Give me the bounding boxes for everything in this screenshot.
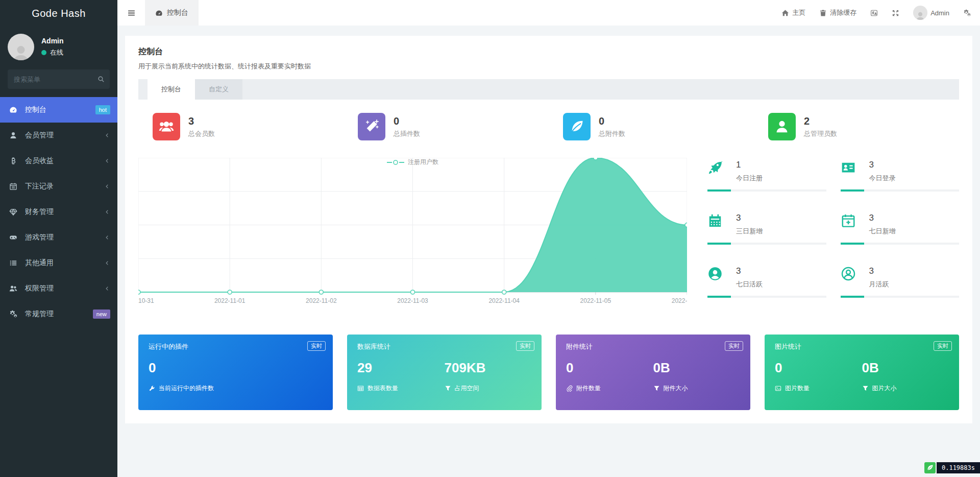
sidebar-item-misc[interactable]: 其他通用: [0, 250, 117, 276]
x-axis-tick-label: 2022-11-04: [488, 297, 520, 304]
sidebar-item-label: 游戏管理: [25, 233, 54, 242]
avatar: [8, 34, 34, 60]
card-title: 图片统计: [775, 342, 949, 351]
clear-cache-button[interactable]: 清除缓存: [819, 8, 856, 17]
mini-value: 3: [736, 266, 763, 276]
mini-underline: [707, 189, 826, 192]
mini-label: 今日登录: [869, 174, 896, 183]
funnel-icon: [445, 385, 451, 392]
language-button[interactable]: [870, 9, 878, 17]
card-foot-label: 附件数量: [576, 384, 601, 393]
realtime-badge: 实时: [516, 341, 534, 351]
sidebar-item-finance[interactable]: 财务管理: [0, 199, 117, 225]
card-foot-label: 图片大小: [872, 384, 897, 393]
mini-stat-3day-new: 3 三日新增: [707, 211, 826, 264]
mini-value: 3: [869, 160, 896, 170]
username-label: Admin: [930, 9, 949, 17]
registered-users-chart: 注册用户数 10-312022-11-012022-11-022022-11-0…: [138, 158, 687, 317]
chevron-left-icon: [104, 132, 110, 138]
avatar: [913, 6, 927, 20]
chevron-left-icon: [104, 209, 110, 215]
sidebar-item-dashboard[interactable]: 控制台 hot: [0, 97, 117, 123]
legend-marker-icon: [387, 159, 404, 165]
gem-icon: [9, 208, 20, 216]
card-value2: 0B: [653, 360, 741, 376]
topbar-tab-dashboard[interactable]: 控制台: [145, 0, 199, 26]
stat-label: 总附件数: [599, 129, 625, 138]
mini-label: 七日活跃: [736, 280, 763, 289]
x-axis-tick-label: 10-31: [138, 297, 154, 304]
tab-dashboard[interactable]: 控制台: [148, 79, 195, 100]
chevron-left-icon: [104, 285, 110, 292]
main-content: 控制台 用于展示当前系统中的统计数据、统计报表及重要实时数据 控制台 自定义 3…: [117, 26, 980, 477]
home-label: 主页: [792, 8, 805, 17]
panel-body: 3 总会员数 0 总插件数 0 总附件数: [125, 100, 972, 423]
person-icon: [915, 11, 926, 20]
sidebar-item-general[interactable]: 常规管理 new: [0, 301, 117, 327]
card-foot-label: 当前运行中的插件数: [159, 384, 214, 393]
user-panel: Admin 在线: [0, 27, 117, 64]
stat-value: 2: [804, 115, 837, 127]
x-axis-tick-label: 2022-11-01: [214, 297, 246, 304]
realtime-badge: 实时: [934, 341, 952, 351]
sidebar-item-permissions[interactable]: 权限管理: [0, 276, 117, 301]
cogs-icon: [9, 310, 20, 318]
card-foot-label: 占用空间: [455, 384, 479, 393]
mini-label: 三日新增: [736, 227, 763, 236]
exec-time-widget: 0.119883s: [924, 462, 980, 473]
sidebar-item-bet-records[interactable]: 下注记录: [0, 174, 117, 199]
person-icon: [11, 43, 31, 60]
menu-icon: [127, 9, 136, 17]
x-axis-tick-label: 2022-11-05: [580, 297, 611, 304]
online-dot: [41, 50, 46, 55]
mini-stat-today-logins: 3 今日登录: [841, 158, 960, 211]
funnel-icon: [862, 385, 869, 392]
stat-label: 总插件数: [394, 129, 420, 138]
search-input[interactable]: [8, 69, 110, 89]
panel-heading: 控制台 用于展示当前系统中的统计数据、统计报表及重要实时数据 控制台 自定义: [125, 36, 972, 100]
card-foot-label: 图片数量: [785, 384, 810, 393]
user-solid-icon: [768, 113, 796, 140]
sidebar-item-members[interactable]: 会员管理: [0, 123, 117, 148]
stat-value: 0: [394, 115, 420, 127]
mini-underline: [841, 296, 960, 298]
card-title: 运行中的插件: [149, 342, 323, 351]
address-card-icon: [841, 160, 858, 175]
expand-icon: [892, 9, 899, 17]
legend-label: 注册用户数: [408, 158, 438, 166]
thinkphp-leaf-icon: [924, 462, 936, 473]
x-axis-tick-label: 2022-11-02: [306, 297, 337, 304]
tachometer-icon: [9, 106, 20, 114]
image-icon: [775, 385, 781, 392]
card-title: 附件统计: [566, 342, 740, 351]
mini-underline: [707, 296, 826, 298]
chart-x-axis-labels: 10-312022-11-012022-11-022022-11-032022-…: [138, 297, 687, 307]
menu-toggle-button[interactable]: [117, 0, 145, 26]
user-circle-icon: [707, 266, 725, 281]
card-value: 0: [775, 360, 862, 376]
tachometer-icon: [155, 9, 163, 17]
mini-value: 3: [869, 213, 896, 223]
settings-button[interactable]: [963, 9, 971, 17]
page-description: 用于展示当前系统中的统计数据、统计报表及重要实时数据: [138, 62, 959, 71]
card-image-stats: 图片统计 实时 0 0B 图片数量 图片大小: [765, 335, 959, 410]
user-name: Admin: [41, 37, 64, 45]
card-foot-label: 数据表数量: [368, 384, 398, 393]
tab-custom[interactable]: 自定义: [195, 79, 242, 100]
user-menu[interactable]: Admin: [913, 6, 949, 20]
stat-label: 总管理员数: [804, 129, 837, 138]
sidebar-item-member-earnings[interactable]: 会员收益: [0, 148, 117, 174]
home-link[interactable]: 主页: [781, 8, 805, 17]
calendar-icon: [9, 182, 20, 190]
sidebar-item-label: 会员管理: [25, 131, 54, 140]
clear-cache-label: 清除缓存: [830, 8, 856, 17]
stat-label: 总会员数: [188, 129, 215, 138]
fullscreen-button[interactable]: [892, 9, 899, 17]
topbar: 控制台 主页 清除缓存 Admin: [117, 0, 980, 26]
leaf-icon: [563, 113, 591, 140]
card-foot-label: 附件大小: [664, 384, 688, 393]
bitcoin-icon: [9, 157, 20, 165]
calendar-solid-icon: [707, 213, 725, 228]
sidebar-item-games[interactable]: 游戏管理: [0, 225, 117, 250]
card-running-plugins: 运行中的插件 实时 0 当前运行中的插件数: [138, 335, 333, 410]
